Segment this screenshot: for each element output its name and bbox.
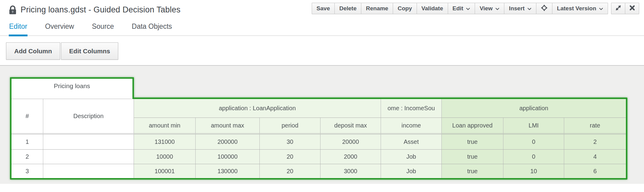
validate-button[interactable]: Validate (417, 3, 448, 14)
title-bar: Pricing loans.gdst - Guided Decision Tab… (0, 0, 644, 19)
tab-source[interactable]: Source (92, 21, 114, 36)
column-header-lmi[interactable]: LMI (503, 118, 564, 134)
tab-editor[interactable]: Editor (9, 21, 28, 36)
column-group-header-application[interactable]: application (442, 99, 626, 118)
row-number-cell[interactable]: 2 (11, 150, 43, 164)
chevron-down-icon (495, 5, 499, 12)
edit-dropdown[interactable]: Edit (448, 3, 475, 14)
table-cell-period[interactable]: 30 (260, 134, 320, 150)
table-cell-period[interactable]: 20 (260, 150, 320, 164)
table-cell-lmi[interactable]: 0 (503, 150, 564, 164)
table-cell-amount-max[interactable]: 130000 (196, 164, 260, 178)
decision-table-widget: Pricing loans #Descriptionapplication : … (10, 77, 627, 180)
table-cell-lmi[interactable]: 0 (503, 134, 564, 150)
table-cell-income[interactable]: Job (381, 164, 442, 178)
table-cell-loan-approved[interactable]: true (442, 150, 503, 164)
column-header-loan-approved[interactable]: Loan approved (442, 118, 503, 134)
table-cell-loan-approved[interactable]: true (442, 134, 503, 150)
chevron-down-icon (599, 5, 603, 12)
table-cell-rate[interactable]: 2 (564, 134, 626, 150)
tab-overview[interactable]: Overview (45, 21, 74, 36)
expand-icon (615, 5, 622, 13)
column-group-header-application-loanapplication[interactable]: application : LoanApplication (134, 99, 381, 118)
column-group-header-ome-incomesou[interactable]: ome : IncomeSou (381, 99, 442, 118)
description-cell[interactable] (43, 164, 134, 178)
delete-button[interactable]: Delete (334, 3, 361, 14)
table-cell-income[interactable]: Asset (381, 134, 442, 150)
crosshairs-icon (541, 5, 548, 13)
column-header-period[interactable]: period (260, 118, 320, 134)
button-label: Latest Version (557, 5, 596, 12)
lock-icon (9, 5, 16, 15)
column-header-amount-min[interactable]: amount min (134, 118, 196, 134)
close-icon (629, 5, 636, 13)
toolbar: SaveDeleteRenameCopyValidateEditViewInse… (312, 3, 639, 14)
column-header-amount-max[interactable]: amount max (196, 118, 260, 134)
tab-data-objects[interactable]: Data Objects (132, 21, 172, 36)
column-action-bar: Add ColumnEdit Columns (0, 36, 644, 65)
table-cell-deposit-max[interactable]: 2000 (320, 150, 381, 164)
latest-version-dropdown[interactable]: Latest Version (552, 3, 608, 14)
table-cell-loan-approved[interactable]: true (442, 164, 503, 178)
column-header-deposit-max[interactable]: deposit max (320, 118, 381, 134)
table-cell-amount-max[interactable]: 200000 (196, 134, 260, 150)
button-label: Validate (421, 5, 443, 12)
button-label: View (480, 5, 493, 12)
asset-title: Pricing loans.gdst - Guided Decision Tab… (9, 5, 181, 15)
table-cell-amount-min[interactable]: 131000 (134, 134, 196, 150)
edit-columns-button[interactable]: Edit Columns (61, 42, 118, 60)
button-label: Insert (509, 5, 525, 12)
add-column-button[interactable]: Add Column (6, 42, 60, 60)
window-control-group (611, 3, 639, 14)
table-cell-income[interactable]: Job (381, 150, 442, 164)
tab-bar: EditorOverviewSourceData Objects (0, 21, 644, 36)
expand-button[interactable] (611, 3, 625, 14)
crosshairs-button[interactable] (536, 3, 552, 14)
table-cell-rate[interactable]: 6 (564, 164, 626, 178)
row-number-cell[interactable]: 3 (11, 164, 43, 178)
table-cell-lmi[interactable]: 10 (503, 164, 564, 178)
rename-button[interactable]: Rename (361, 3, 393, 14)
table-cell-amount-min[interactable]: 100001 (134, 164, 196, 178)
description-cell[interactable] (43, 134, 134, 150)
button-label: Copy (398, 5, 412, 12)
decision-table-grid: #Descriptionapplication : LoanApplicatio… (10, 98, 627, 180)
button-label: Edit (453, 5, 463, 12)
column-header-rate[interactable]: rate (564, 118, 626, 134)
editor-canvas: Pricing loans #Descriptionapplication : … (0, 65, 644, 184)
chevron-down-icon (527, 5, 532, 12)
description-header[interactable]: Description (43, 99, 134, 134)
view-dropdown[interactable]: View (475, 3, 504, 14)
table-cell-deposit-max[interactable]: 20000 (320, 134, 381, 150)
chevron-down-icon (466, 5, 470, 12)
close-button[interactable] (625, 3, 639, 14)
table-cell-deposit-max[interactable]: 3000 (320, 164, 381, 178)
table-cell-amount-min[interactable]: 10000 (134, 150, 196, 164)
insert-dropdown[interactable]: Insert (504, 3, 536, 14)
save-button[interactable]: Save (312, 3, 335, 14)
decision-table-title-tab[interactable]: Pricing loans (10, 77, 134, 99)
toolbar-button-group: SaveDeleteRenameCopyValidateEditViewInse… (312, 3, 608, 14)
table-cell-period[interactable]: 20 (260, 164, 320, 178)
button-label: Rename (366, 5, 388, 12)
row-number-cell[interactable]: 1 (11, 134, 43, 150)
button-label: Save (317, 5, 330, 12)
button-label: Delete (339, 5, 356, 12)
row-number-header[interactable]: # (11, 99, 43, 134)
description-cell[interactable] (43, 150, 134, 164)
copy-button[interactable]: Copy (393, 3, 417, 14)
column-header-income[interactable]: income (381, 118, 442, 134)
table-cell-rate[interactable]: 4 (564, 150, 626, 164)
header-area: Pricing loans.gdst - Guided Decision Tab… (0, 0, 644, 36)
table-cell-amount-max[interactable]: 100000 (196, 150, 260, 164)
page-title: Pricing loans.gdst - Guided Decision Tab… (21, 5, 181, 15)
